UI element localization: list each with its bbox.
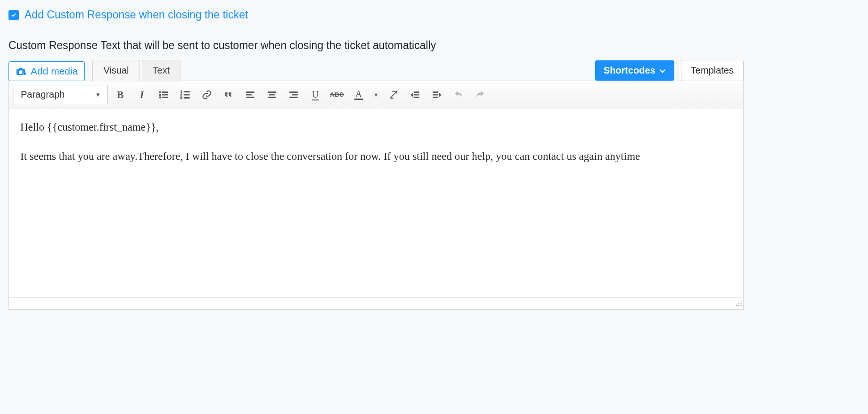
add-media-button[interactable]: Add media <box>8 61 85 81</box>
tab-text[interactable]: Text <box>142 60 181 82</box>
shortcodes-button[interactable]: Shortcodes <box>595 60 674 81</box>
svg-rect-6 <box>162 97 168 98</box>
clear-formatting-button[interactable] <box>384 85 403 104</box>
resize-grip-icon[interactable] <box>736 300 742 308</box>
svg-rect-25 <box>433 91 438 92</box>
svg-rect-19 <box>290 91 298 92</box>
blockquote-button[interactable] <box>219 85 238 104</box>
svg-point-1 <box>159 91 161 93</box>
outdent-button[interactable] <box>406 85 425 104</box>
strikethrough-button[interactable]: ABC <box>328 85 346 104</box>
svg-rect-20 <box>292 94 297 95</box>
undo-button[interactable] <box>449 85 468 104</box>
content-paragraph: It seems that you are away.Therefore, I … <box>20 148 732 165</box>
svg-rect-2 <box>162 91 168 92</box>
link-button[interactable] <box>197 85 216 104</box>
indent-button[interactable] <box>427 85 446 104</box>
svg-rect-14 <box>246 94 252 95</box>
svg-rect-15 <box>246 97 254 98</box>
svg-rect-8 <box>184 91 189 92</box>
tab-visual[interactable]: Visual <box>92 60 139 82</box>
svg-rect-10 <box>184 94 189 95</box>
align-left-button[interactable] <box>241 85 260 104</box>
content-paragraph: Hello {{customer.first_name}}, <box>20 119 732 136</box>
shortcodes-label: Shortcodes <box>604 65 655 76</box>
add-media-label: Add media <box>31 66 78 77</box>
templates-button[interactable]: Templates <box>681 60 744 81</box>
svg-rect-18 <box>268 97 276 98</box>
align-center-button[interactable] <box>262 85 281 104</box>
svg-point-31 <box>736 305 737 306</box>
svg-rect-23 <box>414 94 419 95</box>
format-dropdown[interactable]: Paragraph ▼ <box>14 85 108 104</box>
editor-toolbar: Paragraph ▼ B I 123 <box>9 81 743 108</box>
svg-rect-0 <box>22 73 26 75</box>
svg-rect-17 <box>270 94 275 95</box>
svg-rect-12 <box>184 97 189 98</box>
italic-button[interactable]: I <box>132 85 151 104</box>
caret-down-icon: ▼ <box>95 91 101 98</box>
svg-rect-13 <box>246 91 254 92</box>
camera-icon <box>16 67 26 75</box>
numbered-list-button[interactable]: 123 <box>176 85 195 104</box>
svg-point-30 <box>741 303 742 304</box>
svg-rect-4 <box>162 94 168 95</box>
text-color-dropdown[interactable]: ▼ <box>371 85 381 104</box>
svg-rect-21 <box>290 97 298 98</box>
svg-rect-26 <box>433 94 438 95</box>
svg-rect-27 <box>433 97 438 98</box>
svg-rect-16 <box>268 91 276 92</box>
svg-rect-22 <box>414 91 419 92</box>
svg-point-5 <box>159 96 161 98</box>
svg-point-29 <box>738 303 739 304</box>
text-color-button[interactable]: A <box>349 85 368 104</box>
svg-point-32 <box>738 305 739 306</box>
underline-button[interactable]: U <box>306 85 325 104</box>
svg-rect-24 <box>414 97 419 98</box>
svg-text:3: 3 <box>180 96 182 99</box>
format-selected: Paragraph <box>21 89 65 100</box>
editor-content[interactable]: Hello {{customer.first_name}}, It seems … <box>9 108 743 297</box>
bold-button[interactable]: B <box>111 85 130 104</box>
rich-text-editor: Paragraph ▼ B I 123 <box>8 81 744 310</box>
bullet-list-button[interactable] <box>154 85 173 104</box>
svg-point-3 <box>159 94 161 96</box>
align-right-button[interactable] <box>284 85 303 104</box>
chevron-down-icon <box>659 65 666 76</box>
custom-response-heading: Custom Response Text that will be sent t… <box>8 39 744 52</box>
add-custom-response-label[interactable]: Add Custom Response when closing the tic… <box>25 8 248 21</box>
editor-statusbar <box>9 297 743 309</box>
svg-point-33 <box>741 305 742 306</box>
redo-button[interactable] <box>471 85 490 104</box>
svg-point-28 <box>741 300 742 301</box>
add-custom-response-checkbox[interactable] <box>8 10 19 20</box>
